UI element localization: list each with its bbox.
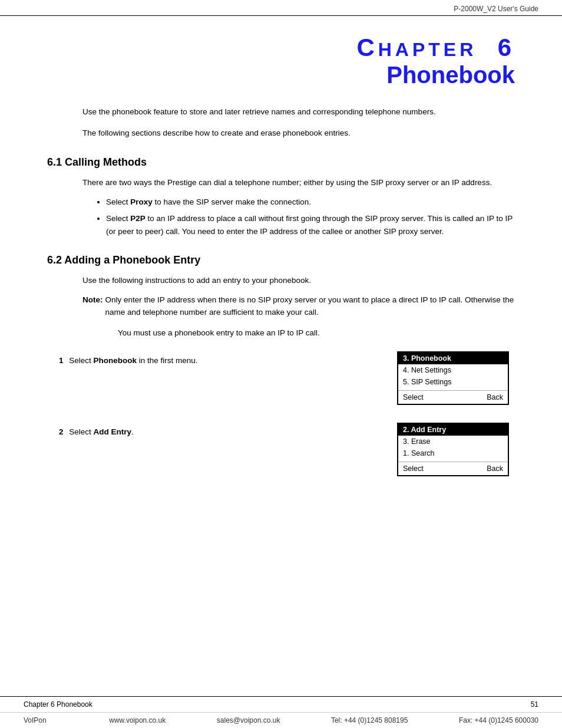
footer-left: Chapter 6 Phonebook xyxy=(24,700,92,709)
footer-website: www.voipon.co.uk xyxy=(109,716,166,724)
step-1-number: 1 xyxy=(59,356,64,365)
you-must-para: You must use a phonebook entry to make a… xyxy=(118,327,515,340)
page-footer-top: Chapter 6 Phonebook 51 xyxy=(0,696,562,712)
chapter-title-block: CHAPTER 6 Phonebook xyxy=(47,34,515,88)
bullet-p2p-bold: P2P xyxy=(130,214,146,223)
section-61-para1: There are two ways the Prestige can dial… xyxy=(82,177,515,189)
footer-tel: Tel: +44 (0)1245 808195 xyxy=(331,716,408,724)
menu1-item1: 3. Phonebook xyxy=(398,353,508,364)
step-1-device: 3. Phonebook 4. Net Settings 5. SIP Sett… xyxy=(397,351,515,405)
page-footer-bottom: VoIPon www.voipon.co.uk sales@voipon.co.… xyxy=(0,712,562,728)
chapter-subtitle-line: Phonebook xyxy=(47,62,515,88)
step-2-bold: Add Entry xyxy=(94,427,132,436)
menu1-back: Back xyxy=(487,393,503,401)
step-1-row: 1 Select Phonebook in the first menu. 3.… xyxy=(47,351,515,405)
footer-company: VoIPon xyxy=(24,716,47,724)
note-block: Note: Only enter the IP address when the… xyxy=(82,294,515,319)
step-1-bold: Phonebook xyxy=(94,356,137,365)
section-62-para1: Use the following instructions to add an… xyxy=(82,275,515,287)
section-61-bullets: Select Proxy to have the SIP server make… xyxy=(106,196,515,238)
menu1-item2: 4. Net Settings xyxy=(398,364,508,376)
content-area: CHAPTER 6 Phonebook Use the phonebook fe… xyxy=(0,16,562,696)
menu2-back: Back xyxy=(487,465,503,473)
chapter-word: CHAPTER xyxy=(356,34,477,61)
chapter-label-line: CHAPTER 6 xyxy=(47,34,515,62)
menu1-item3: 5. SIP Settings xyxy=(398,376,508,388)
menu2-item1: 2. Add Entry xyxy=(398,424,508,436)
intro-para1: Use the phonebook feature to store and l… xyxy=(82,106,515,118)
step-1-menu: 3. Phonebook 4. Net Settings 5. SIP Sett… xyxy=(397,351,509,405)
bullet-item-proxy: Select Proxy to have the SIP server make… xyxy=(106,196,515,209)
step-2-menu: 2. Add Entry 3. Erase 1. Search Select B… xyxy=(397,423,509,476)
section-62-heading: 6.2 Adding a Phonebook Entry xyxy=(47,254,515,266)
chapter-label: CHAPTER 6 xyxy=(356,34,515,61)
menu1-footer: Select Back xyxy=(398,390,508,404)
footer-right: 51 xyxy=(531,700,538,709)
menu2-select: Select xyxy=(403,465,424,473)
menu2-item2: 3. Erase xyxy=(398,436,508,447)
step-1-text: 1 Select Phonebook in the first menu. xyxy=(47,351,385,367)
note-label: Note: xyxy=(82,294,103,319)
intro-para2: The following sections describe how to c… xyxy=(82,127,515,139)
chapter-subtitle: Phonebook xyxy=(47,62,515,88)
step-2-row: 2 Select Add Entry. 2. Add Entry 3. Eras… xyxy=(47,423,515,476)
step-2-number: 2 xyxy=(59,427,64,436)
bullet-proxy-bold: Proxy xyxy=(130,197,153,206)
menu2-item3: 1. Search xyxy=(398,447,508,459)
note-content: Only enter the IP address when there is … xyxy=(105,294,515,319)
steps-area: 1 Select Phonebook in the first menu. 3.… xyxy=(47,351,515,476)
step-2-device: 2. Add Entry 3. Erase 1. Search Select B… xyxy=(397,423,515,476)
page-container: P-2000W_V2 User's Guide CHAPTER 6 Phoneb… xyxy=(0,0,562,728)
menu1-select: Select xyxy=(403,393,424,401)
step-2-text: 2 Select Add Entry. xyxy=(47,423,385,439)
chapter-number: 6 xyxy=(498,34,515,61)
page-header: P-2000W_V2 User's Guide xyxy=(0,0,562,16)
menu2-footer: Select Back xyxy=(398,462,508,475)
header-title: P-2000W_V2 User's Guide xyxy=(454,5,538,13)
footer-email: sales@voipon.co.uk xyxy=(217,716,280,724)
section-61-heading: 6.1 Calling Methods xyxy=(47,156,515,169)
bullet-item-p2p: Select P2P to an IP address to place a c… xyxy=(106,212,515,238)
footer-fax: Fax: +44 (0)1245 600030 xyxy=(459,716,538,724)
